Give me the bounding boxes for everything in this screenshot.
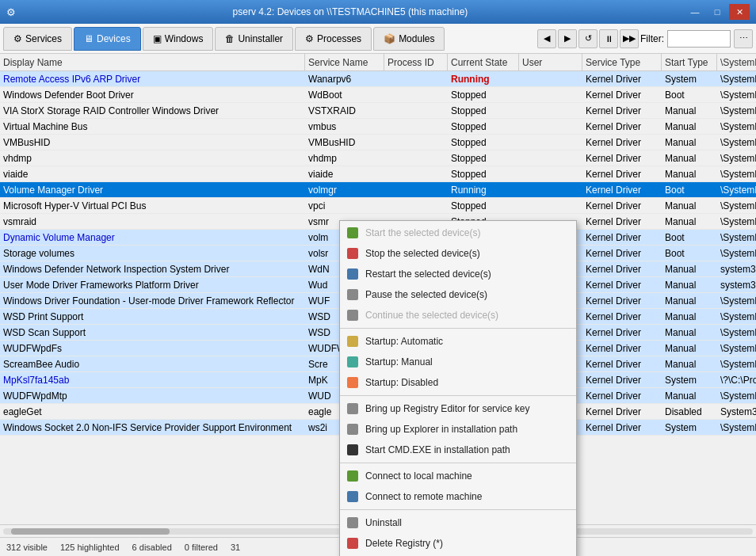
status-disabled: 6 disabled <box>132 543 172 552</box>
restart-icon <box>346 268 359 280</box>
table-row[interactable]: viaideviaideStoppedKernel DriverManual\S… <box>0 166 756 182</box>
row-user <box>519 182 582 197</box>
row-path: \SystemRo <box>717 230 756 245</box>
row-start: Manual <box>662 135 717 150</box>
context-menu-item-explorer[interactable]: Bring up Explorer in installation path <box>340 419 576 440</box>
col-header-type[interactable]: Service Type <box>582 54 662 70</box>
context-menu-item-startup-auto[interactable]: Startup: Automatic <box>340 331 576 352</box>
context-menu-label: Start CMD.EXE in installation path <box>365 444 510 455</box>
nav-skip-btn[interactable]: ▶▶ <box>620 29 639 48</box>
row-display-link[interactable]: Dynamic Volume Manager <box>3 232 115 243</box>
row-display-link[interactable]: MpKsl7fa145ab <box>3 375 69 386</box>
uninstall-icon <box>346 516 359 529</box>
row-display: eagleGet <box>0 404 305 419</box>
row-path: system32\ <box>717 261 756 276</box>
row-service: VMBusHID <box>305 135 384 150</box>
row-start: Boot <box>662 87 717 102</box>
row-state: Stopped <box>448 103 519 118</box>
registry-icon <box>346 402 359 415</box>
tab-uninstaller[interactable]: 🗑 Uninstaller <box>215 27 293 51</box>
modules-icon: 📦 <box>384 33 395 44</box>
context-menu-label: Startup: Disabled <box>365 377 438 388</box>
scroll-thumb[interactable] <box>11 528 170 535</box>
row-type: Kernel Driver <box>582 198 662 213</box>
status-visible: 312 visible <box>6 543 48 552</box>
tab-processes[interactable]: ⚙ Processes <box>295 27 372 51</box>
toolbar: ⚙ Services 🖥 Devices ▣ Windows 🗑 Uninsta… <box>0 24 756 54</box>
col-header-start[interactable]: Start Type <box>662 54 717 70</box>
context-menu-item-uninstall[interactable]: Uninstall <box>340 512 576 533</box>
row-type: Kernel Driver <box>582 135 662 150</box>
title-bar: ⚙ pserv 4.2: Devices on \\TESTMACHINE5 (… <box>0 0 756 24</box>
main-area: Display Name Service Name Process ID Cur… <box>0 54 756 556</box>
row-state: Stopped <box>448 135 519 150</box>
row-state: Stopped <box>448 150 519 166</box>
row-state: Stopped <box>448 198 519 213</box>
row-service: viaide <box>305 166 384 181</box>
col-header-state[interactable]: Current State <box>448 54 519 70</box>
context-menu-item-registry[interactable]: Bring up Registry Editor for service key <box>340 398 576 419</box>
context-menu-item-pause[interactable]: Pause the selected device(s) <box>340 284 576 305</box>
row-start: Manual <box>662 166 717 181</box>
row-pid <box>384 166 448 181</box>
nav-refresh-btn[interactable]: ↺ <box>578 29 598 48</box>
table-row[interactable]: VMBusHIDVMBusHIDStoppedKernel DriverManu… <box>0 135 756 150</box>
row-type: Kernel Driver <box>582 182 662 197</box>
col-header-pid[interactable]: Process ID <box>384 54 448 70</box>
col-header-path[interactable]: \SystemRo... <box>717 54 756 70</box>
table-row[interactable]: VIA StorX Storage RAID Controller Window… <box>0 103 756 119</box>
table-row[interactable]: Volume Manager DrivervolmgrRunningKernel… <box>0 182 756 198</box>
context-menu-label: Start the selected device(s) <box>365 227 480 238</box>
tab-devices[interactable]: 🖥 Devices <box>74 27 141 51</box>
row-pid <box>384 71 448 86</box>
row-display: viaide <box>0 166 305 181</box>
nav-fwd-btn[interactable]: ▶ <box>558 29 577 48</box>
maximize-button[interactable]: □ <box>707 4 727 20</box>
close-button[interactable]: ✕ <box>729 4 750 20</box>
context-menu-item-delete-reg[interactable]: Delete Registry (*) <box>340 533 576 554</box>
table-row[interactable]: Virtual Machine BusvmbusStoppedKernel Dr… <box>0 119 756 135</box>
filter-input[interactable] <box>667 30 731 48</box>
app-icon: ⚙ <box>6 6 16 18</box>
row-start: System <box>662 420 717 435</box>
row-pid <box>384 135 448 150</box>
row-type: Kernel Driver <box>582 404 662 419</box>
row-service: Wanarpv6 <box>305 71 384 86</box>
row-display: ScreamBee Audio <box>0 356 305 371</box>
row-display: WUDFWpdFs <box>0 341 305 356</box>
row-start: Boot <box>662 182 717 197</box>
context-menu-item-remote[interactable]: Connect to remote machine <box>340 486 576 507</box>
row-user <box>519 71 582 86</box>
nav-pause-btn[interactable]: ⏸ <box>599 29 618 48</box>
context-menu-item-stop[interactable]: Stop the selected device(s) <box>340 243 576 264</box>
context-menu-separator <box>340 328 576 329</box>
context-menu-item-startup-manual[interactable]: Startup: Manual <box>340 352 576 372</box>
row-display-link[interactable]: Remote Access IPv6 ARP Driver <box>3 74 140 85</box>
row-type: Kernel Driver <box>582 341 662 356</box>
col-header-user[interactable]: User <box>519 54 582 70</box>
row-display-link[interactable]: Volume Manager Driver <box>3 185 103 196</box>
row-path: system32\c <box>717 277 756 292</box>
context-menu-item-restart[interactable]: Restart the selected device(s) <box>340 264 576 284</box>
minimize-button[interactable]: — <box>685 4 705 20</box>
pause-icon <box>346 288 359 301</box>
row-path: \SystemRo <box>717 214 756 229</box>
table-row[interactable]: Windows Defender Boot DriverWdBootStoppe… <box>0 87 756 103</box>
col-header-display[interactable]: Display Name <box>0 54 305 70</box>
table-row[interactable]: Remote Access IPv6 ARP DriverWanarpv6Run… <box>0 71 756 87</box>
table-row[interactable]: vhdmpvhdmpStoppedKernel DriverManual\Sys… <box>0 150 756 166</box>
col-header-service[interactable]: Service Name <box>305 54 384 70</box>
table-row[interactable]: Microsoft Hyper-V Virtual PCI BusvpciSto… <box>0 198 756 214</box>
context-menu-item-local[interactable]: Connect to local machine <box>340 466 576 486</box>
nav-back-btn[interactable]: ◀ <box>537 29 556 48</box>
context-menu-item-cmd[interactable]: Start CMD.EXE in installation path <box>340 440 576 460</box>
row-display: WSD Scan Support <box>0 325 305 340</box>
filter-icon-btn[interactable]: ⋯ <box>734 29 753 48</box>
row-type: Kernel Driver <box>582 372 662 387</box>
row-path: \SystemRo <box>717 388 756 403</box>
context-menu-item-startup-disabled[interactable]: Startup: Disabled <box>340 372 576 393</box>
row-start: Manual <box>662 325 717 340</box>
tab-modules[interactable]: 📦 Modules <box>373 27 445 51</box>
tab-services[interactable]: ⚙ Services <box>3 27 72 51</box>
tab-windows[interactable]: ▣ Windows <box>143 27 214 51</box>
